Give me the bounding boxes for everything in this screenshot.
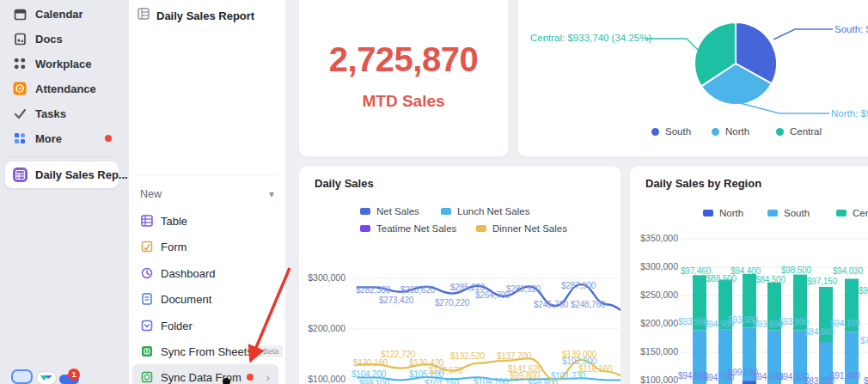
workplace-icon: [13, 57, 27, 70]
panel-divider: [133, 174, 277, 175]
value-label: $116,160: [578, 363, 612, 375]
line-chart-card-daily-sales: Daily Sales Net Sales Lunch Net Sales Te…: [298, 166, 621, 384]
new-section-label: New: [140, 188, 162, 200]
value-label: $264,700: [475, 290, 510, 301]
value-label: $137,700: [497, 350, 531, 362]
value-label: $7: [860, 335, 868, 346]
legend-swatch: [776, 128, 784, 136]
notification-dot: [247, 374, 254, 381]
value-label: $9: [859, 285, 868, 296]
value-label: $248,760: [571, 299, 605, 310]
base-app-icon: [13, 168, 28, 182]
value-label: $7: [864, 375, 868, 384]
value-label: $99,100: [359, 378, 389, 384]
sidebar-item-docs[interactable]: Docs: [5, 27, 124, 51]
pie-callout-south: South: $8: [834, 24, 868, 34]
docs-icon: [13, 32, 27, 46]
value-label: $94,160: [830, 318, 860, 329]
legend-item-central[interactable]: Central: [776, 126, 822, 137]
more-icon: [13, 131, 27, 145]
callout-line: [773, 29, 833, 40]
menu-item-sync-data-from[interactable]: Sync Data From ›: [132, 364, 278, 384]
beta-badge: Beta: [259, 345, 284, 357]
sidebar-item-label: Calendar: [35, 8, 83, 21]
legend-item-south[interactable]: South: [651, 126, 691, 137]
menu-item-label: Document: [161, 293, 211, 306]
table-icon: [140, 215, 153, 228]
kpi-card-mtd-sales: 2,725,870 MTD Sales: [298, 0, 509, 157]
selected-app-label: Daily Sales Rep...: [35, 168, 128, 181]
menu-item-dashboard[interactable]: Dashboard: [132, 261, 278, 285]
menu-item-label: Dashboard: [161, 267, 216, 280]
value-label: $99,800: [510, 370, 540, 381]
chevron-down-icon: ▾: [269, 188, 274, 200]
sidebar-item-label: Workplace: [35, 58, 92, 70]
legend-item-north[interactable]: North: [712, 126, 749, 137]
value-label: $104,700: [474, 376, 508, 384]
menu-item-sync-from-sheets[interactable]: Sync From Sheets Beta: [132, 339, 278, 363]
notification-dot: [105, 135, 112, 142]
sidebar-divider: [10, 156, 110, 157]
document-panel: Daily Sales Report New ▾ Table Form Dash…: [129, 0, 286, 384]
pie-callout-central: Central: $933,740 (34.25%): [530, 33, 645, 43]
kpi-label: MTD Sales: [299, 92, 508, 111]
sidebar-item-label: Tasks: [35, 107, 66, 120]
value-label: $283,620: [400, 284, 435, 296]
sidebar-item-tasks[interactable]: Tasks: [5, 101, 124, 125]
menu-item-table[interactable]: Table: [132, 209, 278, 233]
value-label: $273,420: [379, 295, 413, 306]
document-title: Daily Sales Report: [156, 9, 254, 22]
value-label: $94,030: [833, 265, 863, 277]
value-label: $117,670: [429, 365, 462, 376]
legend-label: Central: [790, 126, 822, 137]
menu-item-label: Sync From Sheets: [161, 345, 253, 358]
new-section-toggle[interactable]: New ▾: [140, 184, 274, 204]
value-label: $139,000: [562, 349, 596, 360]
sidebar-item-more[interactable]: More: [5, 126, 124, 150]
legend-swatch: [651, 128, 659, 136]
menu-item-form[interactable]: Form: [132, 235, 278, 259]
sidebar-item-calendar[interactable]: Calendar: [5, 2, 124, 26]
form-icon: [140, 241, 153, 253]
value-label: $97,150: [807, 276, 837, 287]
dashboard-icon: [140, 267, 153, 280]
sidebar-item-label: Docs: [35, 33, 63, 46]
value-label: $98,500: [781, 265, 811, 276]
menu-item-folder[interactable]: Folder: [132, 314, 278, 338]
value-label: $270,220: [435, 297, 469, 308]
bar-chart-card-daily-sales-by-region: Daily Sales by Region North South Centra…: [629, 166, 868, 384]
sidebar-item-label: Attendance: [35, 82, 96, 95]
dock-app-icon-lark[interactable]: [37, 372, 56, 384]
value-label: $101,150: [425, 378, 459, 384]
left-sidebar: Calendar Docs Workplace Attendance Tasks: [0, 0, 129, 384]
dock-notification-badge: 1: [68, 369, 80, 381]
sidebar-item-label: More: [35, 132, 62, 145]
value-label: $132,520: [450, 350, 485, 362]
legend-label: North: [725, 126, 749, 137]
document-icon: [140, 293, 153, 306]
value-label: $283,920: [506, 283, 541, 295]
value-label: $287,900: [561, 280, 596, 291]
folder-icon: [140, 320, 153, 332]
kpi-value: 2,725,870: [299, 40, 508, 79]
sidebar-item-attendance[interactable]: Attendance: [5, 76, 124, 101]
legend-label: South: [665, 126, 691, 137]
pie-chart-card-sales-by-region: Central: $933,740 (34.25%) South: $8 Nor…: [517, 0, 868, 157]
dock-app-icon-1[interactable]: [11, 369, 33, 384]
sidebar-item-workplace[interactable]: Workplace: [5, 52, 124, 76]
sync-data-icon: [140, 371, 153, 384]
menu-item-label: Table: [161, 215, 187, 228]
menu-item-document[interactable]: Document: [132, 287, 278, 311]
chevron-right-icon: ›: [266, 371, 270, 384]
menu-item-label: Folder: [161, 320, 193, 332]
tasks-icon: [13, 107, 27, 120]
callout-line: [740, 103, 829, 113]
callout-line: [645, 39, 698, 50]
report-icon: [138, 8, 150, 23]
sidebar-item-daily-sales-report[interactable]: Daily Sales Rep...: [5, 162, 119, 188]
sync-sheets-icon: [140, 345, 153, 358]
menu-item-label: Form: [161, 241, 186, 253]
app-window: Calendar Docs Workplace Attendance Tasks: [0, 0, 868, 384]
value-label: $91,430: [830, 370, 860, 381]
document-title-row[interactable]: Daily Sales Report: [138, 5, 254, 26]
